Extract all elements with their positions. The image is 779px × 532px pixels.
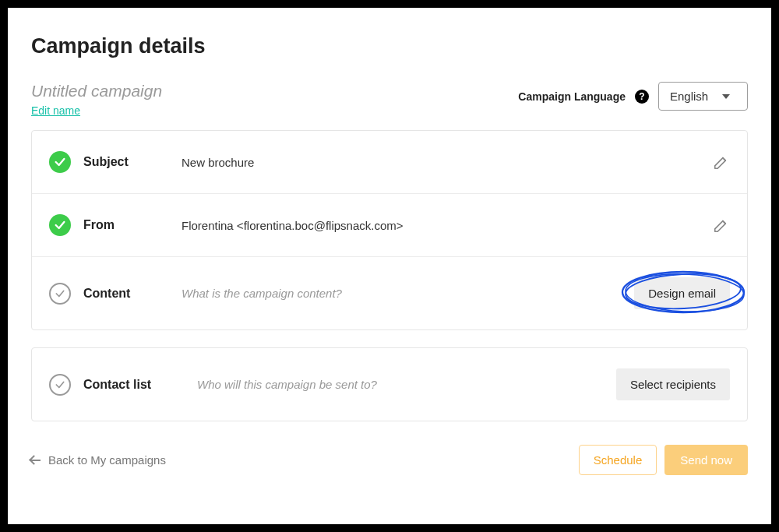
campaign-steps-panel: Subject New brochure From Florentina <fl… [31,130,748,330]
help-icon[interactable]: ? [635,90,649,104]
language-label: Campaign Language [518,90,626,103]
contact-list-placeholder: Who will this campaign be sent to? [197,378,377,391]
contact-list-panel: Contact list Who will this campaign be s… [31,347,748,421]
pencil-icon[interactable] [713,217,730,234]
back-link-label: Back to My campaigns [48,453,166,467]
page-title: Campaign details [31,34,748,58]
subject-value: New brochure [182,156,254,169]
check-icon [49,214,71,236]
language-select[interactable]: English [658,82,748,111]
campaign-header-right: Campaign Language ? English [518,82,748,111]
language-value: English [670,90,708,103]
chevron-down-icon [722,94,730,99]
footer: Back to My campaigns Schedule Send now [31,439,748,475]
arrow-left-icon [31,460,41,461]
select-recipients-button[interactable]: Select recipients [616,368,730,400]
edit-name-link[interactable]: Edit name [31,104,80,117]
from-value: Florentina <florentina.boc@flipsnack.com… [182,219,404,232]
row-from: From Florentina <florentina.boc@flipsnac… [32,193,747,256]
row-contact-list: Contact list Who will this campaign be s… [32,348,747,421]
row-subject: Subject New brochure [32,131,747,193]
from-label: From [83,218,169,232]
check-icon [49,374,71,396]
subject-label: Subject [83,155,169,169]
schedule-button[interactable]: Schedule [579,445,657,475]
campaign-header: Untitled campaign Edit name Campaign Lan… [31,82,748,118]
design-email-button[interactable]: Design email [634,277,730,309]
back-link[interactable]: Back to My campaigns [31,453,166,467]
design-email-highlight: Design email [634,277,730,309]
check-icon [49,151,71,173]
campaign-header-left: Untitled campaign Edit name [31,82,162,118]
campaign-details-page: Campaign details Untitled campaign Edit … [0,0,779,532]
row-content: Content What is the campaign content? De… [32,256,747,329]
content-label: Content [83,287,169,301]
check-icon [49,283,71,305]
pencil-icon[interactable] [713,153,730,171]
contact-list-label: Contact list [83,378,185,392]
campaign-name: Untitled campaign [31,82,162,100]
content-placeholder: What is the campaign content? [182,287,342,300]
send-now-button[interactable]: Send now [664,445,748,475]
